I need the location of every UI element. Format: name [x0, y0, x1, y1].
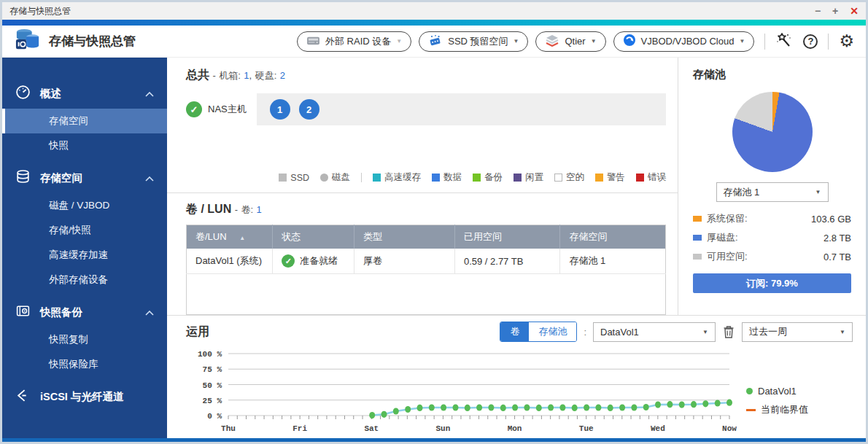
- sidebar-item-snapshot[interactable]: 快照: [2, 133, 167, 158]
- window-bottom-border: [2, 438, 866, 442]
- sidebar-item-label: iSCSI 与光纤通道: [40, 390, 123, 404]
- sidebar-group-label: 概述: [40, 87, 61, 101]
- column-label: 状态: [282, 231, 301, 242]
- sidebar-item-snapshot-vault[interactable]: 快照保险库: [2, 352, 167, 377]
- nas-host-row: ✓ NAS主机 1 2: [186, 93, 678, 125]
- column-header-volume[interactable]: 卷/LUN ▲: [187, 225, 273, 249]
- stat-label: 系统保留:: [707, 212, 748, 225]
- sidebar-item-disks-vjbod[interactable]: 磁盘 / VJBOD: [2, 193, 167, 218]
- column-header-used[interactable]: 已用空间: [454, 225, 560, 249]
- cell-used-space: 0.59 / 2.77 TB: [454, 249, 560, 274]
- sidebar-item-label: 快照: [49, 139, 69, 152]
- app-header: 存储与快照总管 外部 RAID 设备 ▼: [2, 26, 866, 58]
- minimize-button[interactable]: −: [815, 6, 821, 16]
- left-column: 总共 - 机箱: 1, 硬盘: 2 ✓ NAS主机 1 2: [167, 58, 678, 315]
- close-button[interactable]: ✕: [850, 6, 859, 16]
- ssd-profiling-label: SSD 预留空间: [448, 35, 508, 48]
- column-header-status[interactable]: 状态: [273, 225, 354, 249]
- toggle-volume-option[interactable]: 卷: [500, 322, 529, 341]
- help-icon[interactable]: ?: [803, 34, 818, 49]
- sidebar-item-external-storage[interactable]: 外部存储设备: [2, 268, 167, 292]
- chart-legend: DataVol1 当前临界值: [740, 346, 853, 438]
- overview-title: 总共: [186, 69, 209, 81]
- disk-label: 硬盘:: [255, 70, 277, 81]
- ssd-icon: [428, 34, 443, 49]
- column-header-type[interactable]: 类型: [354, 225, 454, 249]
- legend-label: 磁盘: [332, 171, 350, 184]
- window-titlebar: 存储与快照总管 − + ✕: [2, 2, 866, 20]
- sidebar-item-storage-snapshots[interactable]: 存储/快照: [2, 218, 167, 243]
- legend-item-warning: 警告: [595, 171, 625, 184]
- sidebar-item-storage-space[interactable]: 存储空间: [2, 109, 167, 133]
- gear-icon[interactable]: ⚙: [839, 33, 854, 50]
- volumes-heading: 卷 / LUN - 卷: 1: [186, 202, 678, 217]
- pool-selector[interactable]: 存储池 1 ▼: [716, 182, 829, 202]
- free-space-swatch: [693, 254, 702, 260]
- stat-value: 0.7 TB: [824, 252, 851, 262]
- sidebar-item-label: 高速缓存加速: [49, 249, 108, 262]
- column-header-pool[interactable]: 存储空间: [560, 225, 666, 249]
- ssd-profiling-button[interactable]: SSD 预留空间 ▼: [419, 31, 528, 52]
- storage-disks-icon: [15, 169, 31, 187]
- volume-selector[interactable]: DataVol1 ▼: [593, 322, 716, 342]
- volume-count-label: 卷:: [241, 204, 253, 215]
- threshold-dash-icon: [746, 409, 756, 411]
- snapshot-camera-icon: [15, 303, 31, 321]
- top-row: 总共 - 机箱: 1, 硬盘: 2 ✓ NAS主机 1 2: [167, 58, 866, 316]
- sidebar-item-label: 快照保险库: [49, 358, 98, 371]
- legend-label: SSD: [290, 173, 309, 183]
- divider: [828, 34, 829, 50]
- sidebar-group-storage[interactable]: 存储空间: [2, 163, 167, 193]
- subscription-bar: 订阅: 79.9%: [693, 273, 851, 293]
- usage-controls: 卷 存储池 : DataVol1 ▼: [500, 322, 853, 342]
- qtier-button[interactable]: Qtier ▼: [535, 31, 605, 52]
- sidebar-group-snapshot-backup[interactable]: 快照备份: [2, 297, 167, 327]
- sidebar-item-iscsi-fc[interactable]: iSCSI 与光纤通道: [2, 381, 167, 412]
- volume-count-value: 1: [257, 204, 262, 215]
- svg-text:50 %: 50 %: [203, 381, 222, 390]
- cache-swatch: [373, 174, 381, 182]
- disk-slot-2[interactable]: 2: [299, 99, 319, 120]
- disk-slot-strip: 1 2: [257, 93, 666, 125]
- qtier-label: Qtier: [565, 36, 585, 47]
- volumes-section: 卷 / LUN - 卷: 1 卷/LUN ▲: [167, 193, 678, 315]
- sidebar-group-label: 存储空间: [40, 171, 82, 185]
- wizard-wand-icon[interactable]: [775, 31, 793, 52]
- empty-table-area: [187, 274, 666, 315]
- raid-device-icon: [306, 35, 320, 48]
- window-title: 存储与快照总管: [9, 5, 71, 17]
- comma: ,: [249, 70, 252, 81]
- vjbod-button[interactable]: VJBOD/VJBOD Cloud ▼: [613, 31, 755, 52]
- svg-text:Sat: Sat: [364, 424, 379, 433]
- external-raid-button[interactable]: 外部 RAID 设备 ▼: [297, 31, 411, 52]
- maximize-button[interactable]: +: [832, 6, 838, 16]
- trash-icon[interactable]: [722, 324, 735, 339]
- window-controls: − + ✕: [815, 6, 859, 16]
- column-label: 类型: [363, 231, 382, 242]
- hdd-swatch: [320, 174, 328, 182]
- stat-system-reserved: 系统保留: 103.6 GB: [693, 212, 851, 225]
- cell-pool: 存储池 1: [560, 249, 666, 274]
- usage-chart: 100 %75 %50 %25 %0 %ThuFriSatSunMonTueWe…: [186, 346, 740, 443]
- sidebar-item-snapshot-replica[interactable]: 快照复制: [2, 327, 167, 352]
- app-window: 存储与快照总管 − + ✕ 存储与快照总管: [0, 0, 868, 444]
- pool-pie-chart: [732, 92, 813, 172]
- enclosure-count: 1: [244, 70, 249, 81]
- overview-dash: -: [212, 70, 215, 81]
- sidebar-item-label: 快照复制: [49, 333, 88, 346]
- iscsi-angle-icon: [15, 388, 31, 405]
- accent-gradient-bar: [2, 20, 866, 26]
- sidebar-item-cache-acceleration[interactable]: 高速缓存加速: [2, 243, 167, 268]
- stat-free-space: 可用空间: 0.7 TB: [693, 250, 851, 263]
- sidebar-group-overview[interactable]: 概述: [2, 78, 167, 109]
- table-row[interactable]: DataVol1 (系统) ✓ 准备就绪 厚卷 0.59 / 2.77 TB: [187, 249, 666, 274]
- sidebar-item-label: 外部存储设备: [49, 273, 108, 287]
- separator: :: [584, 327, 586, 338]
- main-content: 总共 - 机箱: 1, 硬盘: 2 ✓ NAS主机 1 2: [167, 58, 866, 438]
- toggle-pool-option[interactable]: 存储池: [529, 322, 576, 341]
- disk-slot-1[interactable]: 1: [270, 99, 290, 120]
- legend-item-empty: 空的: [554, 171, 584, 184]
- enclosure-label: 机箱:: [219, 70, 241, 81]
- period-selector[interactable]: 过去一周 ▼: [742, 322, 853, 342]
- legend-label: 备份: [484, 171, 503, 184]
